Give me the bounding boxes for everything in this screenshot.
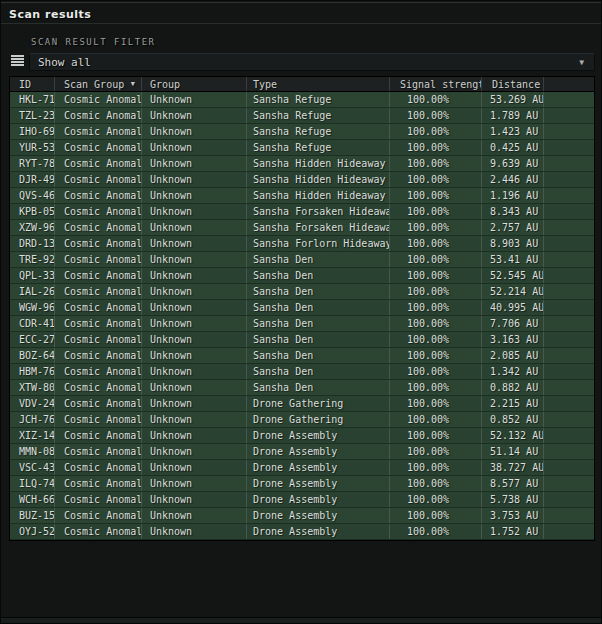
- cell-empty: [544, 316, 594, 331]
- table-row[interactable]: WGW-962 Cosmic Anomaly Unknown Sansha De…: [10, 300, 594, 316]
- cell-id: HKL-713: [10, 92, 55, 107]
- table-row[interactable]: KPB-056 Cosmic Anomaly Unknown Sansha Fo…: [10, 204, 594, 220]
- table-row[interactable]: VDV-243 Cosmic Anomaly Unknown Drone Gat…: [10, 396, 594, 412]
- cell-empty: [544, 396, 594, 411]
- cell-scan-group: Cosmic Anomaly: [55, 108, 142, 123]
- cell-scan-group: Cosmic Anomaly: [55, 140, 142, 155]
- cell-id: IAL-262: [10, 284, 55, 299]
- cell-signal-strength: 100.00%: [390, 412, 482, 427]
- cell-distance: 1.789 AU: [482, 108, 544, 123]
- cell-group: Unknown: [142, 204, 247, 219]
- cell-scan-group: Cosmic Anomaly: [55, 316, 142, 331]
- table-row[interactable]: CDR-412 Cosmic Anomaly Unknown Sansha De…: [10, 316, 594, 332]
- table-row[interactable]: RYT-784 Cosmic Anomaly Unknown Sansha Hi…: [10, 156, 594, 172]
- column-header-signal-strength[interactable]: Signal strength: [390, 77, 482, 91]
- cell-scan-group: Cosmic Anomaly: [55, 396, 142, 411]
- cell-type: Sansha Forlorn Hideaway: [247, 236, 390, 251]
- cell-scan-group: Cosmic Anomaly: [55, 380, 142, 395]
- cell-signal-strength: 100.00%: [390, 508, 482, 523]
- column-header-id[interactable]: ID: [10, 77, 55, 91]
- table-row[interactable]: YUR-530 Cosmic Anomaly Unknown Sansha Re…: [10, 140, 594, 156]
- cell-distance: 8.903 AU: [482, 236, 544, 251]
- table-row[interactable]: JCH-764 Cosmic Anomaly Unknown Drone Gat…: [10, 412, 594, 428]
- cell-signal-strength: 100.00%: [390, 396, 482, 411]
- table-row[interactable]: VSC-434 Cosmic Anomaly Unknown Drone Ass…: [10, 460, 594, 476]
- cell-id: TZL-235: [10, 108, 55, 123]
- cell-distance: 0.425 AU: [482, 140, 544, 155]
- filter-dropdown-value: Show all: [38, 56, 91, 69]
- column-header-group[interactable]: Group: [142, 77, 247, 91]
- cell-type: Sansha Den: [247, 348, 390, 363]
- cell-id: ECC-276: [10, 332, 55, 347]
- cell-scan-group: Cosmic Anomaly: [55, 444, 142, 459]
- hamburger-icon[interactable]: [11, 55, 24, 66]
- cell-distance: 53.269 AU: [482, 92, 544, 107]
- scan-result-filter-label: SCAN RESULT FILTER: [31, 37, 156, 47]
- table-row[interactable]: ILQ-748 Cosmic Anomaly Unknown Drone Ass…: [10, 476, 594, 492]
- column-header-distance[interactable]: Distance: [482, 77, 544, 91]
- cell-empty: [544, 172, 594, 187]
- cell-type: Drone Gathering: [247, 396, 390, 411]
- cell-type: Sansha Refuge: [247, 124, 390, 139]
- cell-signal-strength: 100.00%: [390, 220, 482, 235]
- cell-group: Unknown: [142, 444, 247, 459]
- cell-group: Unknown: [142, 332, 247, 347]
- cell-group: Unknown: [142, 124, 247, 139]
- cell-type: Sansha Den: [247, 332, 390, 347]
- cell-distance: 9.639 AU: [482, 156, 544, 171]
- table-row[interactable]: IHO-694 Cosmic Anomaly Unknown Sansha Re…: [10, 124, 594, 140]
- cell-group: Unknown: [142, 492, 247, 507]
- cell-id: YUR-530: [10, 140, 55, 155]
- cell-empty: [544, 524, 594, 539]
- table-row[interactable]: OYJ-524 Cosmic Anomaly Unknown Drone Ass…: [10, 524, 594, 540]
- cell-scan-group: Cosmic Anomaly: [55, 236, 142, 251]
- cell-signal-strength: 100.00%: [390, 348, 482, 363]
- cell-empty: [544, 252, 594, 267]
- cell-group: Unknown: [142, 476, 247, 491]
- cell-signal-strength: 100.00%: [390, 476, 482, 491]
- table-row[interactable]: QPL-332 Cosmic Anomaly Unknown Sansha De…: [10, 268, 594, 284]
- table-row[interactable]: TRE-921 Cosmic Anomaly Unknown Sansha De…: [10, 252, 594, 268]
- table-row[interactable]: XZW-969 Cosmic Anomaly Unknown Sansha Fo…: [10, 220, 594, 236]
- cell-distance: 38.727 AU: [482, 460, 544, 475]
- cell-id: VSC-434: [10, 460, 55, 475]
- table-row[interactable]: HBM-762 Cosmic Anomaly Unknown Sansha De…: [10, 364, 594, 380]
- filter-dropdown[interactable]: Show all ▼: [29, 53, 595, 71]
- table-row[interactable]: XTW-808 Cosmic Anomaly Unknown Sansha De…: [10, 380, 594, 396]
- table-row[interactable]: TZL-235 Cosmic Anomaly Unknown Sansha Re…: [10, 108, 594, 124]
- cell-signal-strength: 100.00%: [390, 268, 482, 283]
- cell-empty: [544, 428, 594, 443]
- table-row[interactable]: MMN-087 Cosmic Anomaly Unknown Drone Ass…: [10, 444, 594, 460]
- table-row[interactable]: ECC-276 Cosmic Anomaly Unknown Sansha De…: [10, 332, 594, 348]
- table-row[interactable]: DJR-496 Cosmic Anomaly Unknown Sansha Hi…: [10, 172, 594, 188]
- table-row[interactable]: HKL-713 Cosmic Anomaly Unknown Sansha Re…: [10, 92, 594, 108]
- cell-group: Unknown: [142, 316, 247, 331]
- cell-signal-strength: 100.00%: [390, 380, 482, 395]
- cell-type: Sansha Hidden Hideaway: [247, 172, 390, 187]
- table-row[interactable]: BOZ-648 Cosmic Anomaly Unknown Sansha De…: [10, 348, 594, 364]
- table-row[interactable]: BUZ-158 Cosmic Anomaly Unknown Drone Ass…: [10, 508, 594, 524]
- table-row[interactable]: IAL-262 Cosmic Anomaly Unknown Sansha De…: [10, 284, 594, 300]
- table-row[interactable]: QVS-466 Cosmic Anomaly Unknown Sansha Hi…: [10, 188, 594, 204]
- cell-signal-strength: 100.00%: [390, 444, 482, 459]
- cell-scan-group: Cosmic Anomaly: [55, 412, 142, 427]
- cell-signal-strength: 100.00%: [390, 172, 482, 187]
- cell-distance: 51.14 AU: [482, 444, 544, 459]
- table-row[interactable]: XIZ-148 Cosmic Anomaly Unknown Drone Ass…: [10, 428, 594, 444]
- cell-empty: [544, 460, 594, 475]
- cell-scan-group: Cosmic Anomaly: [55, 332, 142, 347]
- cell-type: Sansha Forsaken Hideaway: [247, 204, 390, 219]
- cell-type: Drone Gathering: [247, 412, 390, 427]
- cell-distance: 52.132 AU: [482, 428, 544, 443]
- cell-signal-strength: 100.00%: [390, 124, 482, 139]
- table-row[interactable]: DRD-130 Cosmic Anomaly Unknown Sansha Fo…: [10, 236, 594, 252]
- cell-group: Unknown: [142, 396, 247, 411]
- table-row[interactable]: WCH-665 Cosmic Anomaly Unknown Drone Ass…: [10, 492, 594, 508]
- column-header-scan-group[interactable]: Scan Group ▼: [55, 77, 142, 91]
- cell-distance: 1.752 AU: [482, 524, 544, 539]
- window-titlebar[interactable]: Scan results: [1, 4, 601, 23]
- cell-empty: [544, 204, 594, 219]
- cell-id: XIZ-148: [10, 428, 55, 443]
- cell-distance: 52.214 AU: [482, 284, 544, 299]
- column-header-type[interactable]: Type: [247, 77, 390, 91]
